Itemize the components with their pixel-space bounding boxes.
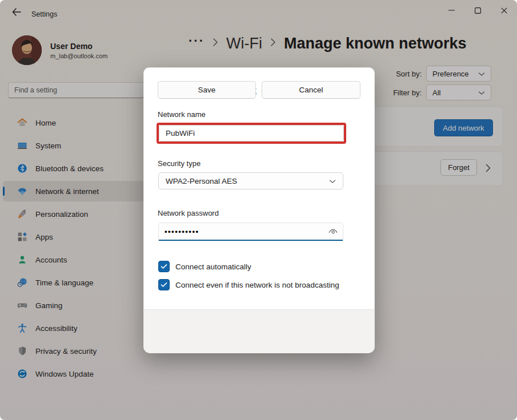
connect-automatically-row: Connect automatically [158,261,251,272]
network-password-field [158,223,343,241]
add-network-dialog: Add a new network Network name Security … [143,67,375,353]
security-type-value: WPA2-Personal AES [166,177,329,185]
reveal-password-button[interactable] [325,224,341,239]
network-password-label: Network password [158,209,219,217]
settings-window: Settings User Demo m_lab@outlook.com [0,0,517,420]
connect-hidden-network-checkbox[interactable] [158,279,170,290]
network-name-input[interactable] [159,125,344,142]
cancel-button[interactable]: Cancel [262,81,360,99]
click-annotation-red-box [157,123,346,144]
chevron-down-icon [329,177,336,185]
checkbox-label: Connect even if this network is not broa… [175,281,339,289]
network-password-input[interactable] [159,227,325,236]
eye-icon [328,228,338,235]
connect-hidden-network-row: Connect even if this network is not broa… [158,279,339,290]
checkbox-label: Connect automatically [175,262,251,271]
check-icon [161,282,167,288]
security-type-label: Security type [158,159,201,168]
save-button[interactable]: Save [158,81,256,99]
security-type-dropdown[interactable]: WPA2-Personal AES [158,172,343,189]
network-name-label: Network name [158,110,206,119]
connect-automatically-checkbox[interactable] [158,261,170,272]
check-icon [161,264,167,269]
dialog-footer [144,309,374,353]
